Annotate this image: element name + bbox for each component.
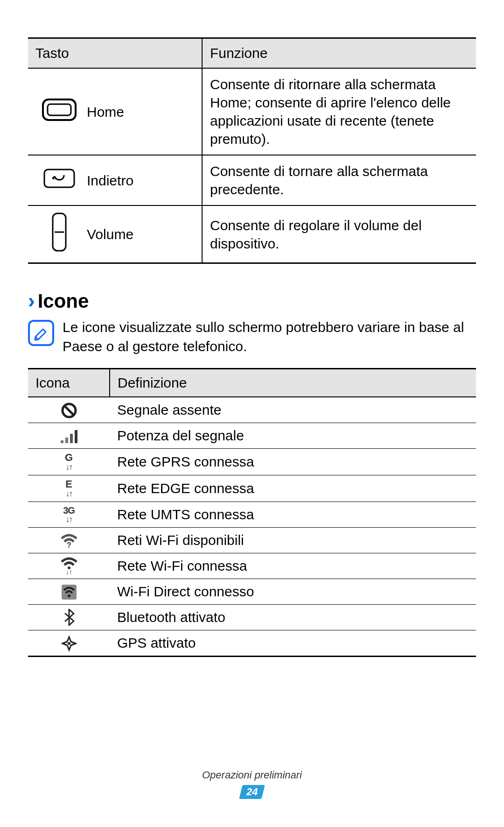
- section-title: Icone: [38, 290, 89, 312]
- icons-header-def: Definizione: [110, 369, 476, 397]
- icons-header-icon: Icona: [28, 369, 110, 397]
- svg-line-7: [65, 406, 73, 415]
- table-row: ? Reti Wi-Fi disponibili: [28, 528, 476, 553]
- icon-def: Bluetooth attivato: [110, 605, 476, 630]
- icon-def: GPS attivato: [110, 630, 476, 657]
- chevron-icon: ›: [28, 290, 35, 311]
- table-row: Wi-Fi Direct connesso: [28, 579, 476, 605]
- volume-key-icon: [28, 205, 85, 263]
- table-row: Potenza del segnale: [28, 423, 476, 449]
- wifi-direct-icon: [28, 579, 110, 605]
- umts-icon: 3G ↓↑: [28, 502, 110, 528]
- icon-def: Rete Wi-Fi connessa: [110, 553, 476, 579]
- key-func: Consente di ritornare alla schermata Hom…: [202, 68, 476, 155]
- key-func: Consente di tornare alla schermata prece…: [202, 155, 476, 205]
- key-name: Indietro: [85, 155, 202, 205]
- icon-def: Rete UMTS connessa: [110, 502, 476, 528]
- svg-rect-1: [48, 104, 71, 115]
- table-row: Segnale assente: [28, 397, 476, 423]
- key-func: Consente di regolare il volume del dispo…: [202, 205, 476, 263]
- table-row: GPS attivato: [28, 630, 476, 657]
- svg-rect-2: [44, 170, 74, 187]
- icon-def: Wi-Fi Direct connesso: [110, 579, 476, 605]
- svg-line-5: [35, 337, 38, 339]
- note-icon: [28, 320, 54, 346]
- page-footer: Operazioni preliminari 24: [0, 769, 504, 799]
- wifi-connected-icon: ↓↑: [28, 553, 110, 579]
- page-number: 24: [246, 786, 258, 798]
- icon-def: Reti Wi-Fi disponibili: [110, 528, 476, 553]
- page-number-badge: 24: [239, 785, 265, 799]
- keys-table: Tasto Funzione Home Consente di ritornar…: [28, 37, 476, 264]
- key-name: Home: [85, 68, 202, 155]
- svg-rect-9: [65, 438, 68, 443]
- section-heading: › Icone: [28, 290, 476, 312]
- svg-rect-8: [61, 440, 63, 443]
- icons-table: Icona Definizione Segnale assente: [28, 368, 476, 657]
- edge-icon: E ↓↑: [28, 475, 110, 502]
- icon-def: Rete GPRS connessa: [110, 449, 476, 475]
- table-row: Bluetooth attivato: [28, 605, 476, 630]
- svg-text:↓↑: ↓↑: [66, 568, 72, 575]
- svg-rect-10: [70, 434, 73, 443]
- gprs-icon: G ↓↑: [28, 449, 110, 475]
- svg-rect-11: [75, 430, 77, 443]
- gps-icon: [28, 630, 110, 657]
- manual-page: Tasto Funzione Home Consente di ritornar…: [0, 0, 504, 827]
- keys-header-key: Tasto: [28, 38, 202, 69]
- back-key-icon: [28, 155, 85, 205]
- bluetooth-icon: [28, 605, 110, 630]
- svg-point-16: [68, 594, 70, 597]
- icon-def: Rete EDGE connessa: [110, 475, 476, 502]
- note-text: Le icone visualizzate sullo schermo potr…: [63, 318, 476, 356]
- table-row: 3G ↓↑ Rete UMTS connessa: [28, 502, 476, 528]
- home-key-icon: [28, 68, 85, 155]
- note-row: Le icone visualizzate sullo schermo potr…: [28, 318, 476, 356]
- table-row: Indietro Consente di tornare alla scherm…: [28, 155, 476, 205]
- footer-section-name: Operazioni preliminari: [0, 769, 504, 781]
- table-row: G ↓↑ Rete GPRS connessa: [28, 449, 476, 475]
- key-name: Volume: [85, 205, 202, 263]
- table-row: Volume Consente di regolare il volume de…: [28, 205, 476, 263]
- table-row: Home Consente di ritornare alla schermat…: [28, 68, 476, 155]
- icon-def: Segnale assente: [110, 397, 476, 423]
- wifi-available-icon: ?: [28, 528, 110, 553]
- no-signal-icon: [28, 397, 110, 423]
- icon-def: Potenza del segnale: [110, 423, 476, 449]
- signal-strength-icon: [28, 423, 110, 449]
- svg-text:?: ?: [67, 541, 71, 549]
- keys-header-func: Funzione: [202, 38, 476, 69]
- svg-point-18: [68, 642, 70, 645]
- table-row: E ↓↑ Rete EDGE connessa: [28, 475, 476, 502]
- table-row: ↓↑ Rete Wi-Fi connessa: [28, 553, 476, 579]
